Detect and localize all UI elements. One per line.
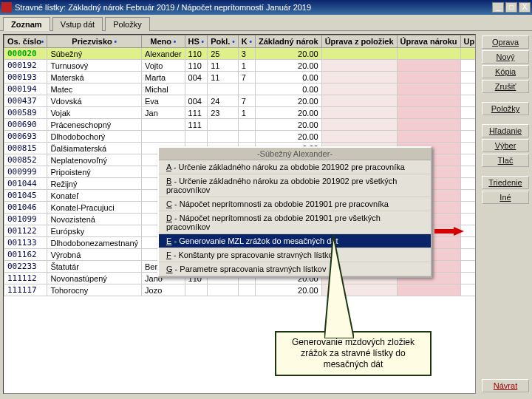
window-title: Stravné lístky: Základný nárok Február 2… <box>15 3 311 12</box>
window-titlebar: Stravné lístky: Základný nárok Február 2… <box>0 0 532 15</box>
btn-tlac[interactable]: Tlač <box>482 154 529 167</box>
table-row[interactable]: 000192TurnusovýVojto11011120.0020.00 <box>4 60 477 72</box>
table-header-row: Os. číslo• Priezvisko • Meno • HS • Pokl… <box>4 35 477 48</box>
btn-hladanie[interactable]: Hľadanie <box>482 124 529 137</box>
col-pokl[interactable]: Pokl. • <box>208 35 239 48</box>
col-k[interactable]: K • <box>238 35 255 48</box>
tab-zoznam[interactable]: Zoznam <box>3 17 50 31</box>
context-menu: -Súbežný Alexander- A - Určenie základné… <box>157 146 432 278</box>
btn-triedenie[interactable]: Triedenie <box>482 176 529 189</box>
maximize-button[interactable]: □ <box>505 2 517 13</box>
tab-vstup-dat[interactable]: Vstup dát <box>52 17 103 31</box>
app-icon <box>1 2 12 13</box>
col-hs[interactable]: HS • <box>185 35 208 48</box>
callout-text: Generovanie mzdových zložiek zrážok za s… <box>292 337 415 369</box>
table-row[interactable]: 000437VdovskáEva00424720.0020.00 <box>4 95 477 107</box>
close-button[interactable]: X <box>519 2 531 13</box>
menu-item-b[interactable]: B - Určenie základného nároku za obdobie… <box>159 174 431 197</box>
btn-ine[interactable]: Iné <box>482 191 529 204</box>
minimize-button[interactable]: _ <box>492 2 504 13</box>
col-upraveny-narok[interactable]: Upravený nárok <box>460 35 476 48</box>
btn-oprava[interactable]: Oprava <box>482 35 529 49</box>
table-row[interactable]: 000693Dlhodobochorý20.0020.00 <box>4 131 477 143</box>
menu-item-e[interactable]: E - Generovanie MZL zrážok do mesačných … <box>159 234 431 248</box>
menu-item-c[interactable]: C - Nápočet neprítomnosti za obdobie 201… <box>159 197 431 211</box>
col-meno[interactable]: Meno • <box>142 35 185 48</box>
menu-item-d[interactable]: D - Nápočet neprítomnosti za obdobie 201… <box>159 211 431 234</box>
col-os-cislo[interactable]: Os. číslo• <box>4 35 47 48</box>
right-sidebar: Oprava Nový Kópia Zrušiť Položky Hľadani… <box>479 31 532 397</box>
col-uprava-naroku[interactable]: Úprava nároku <box>397 35 460 48</box>
table-row[interactable]: 111117TohorocnyJozo20.0020.00 <box>4 284 477 296</box>
context-menu-title: -Súbežný Alexander- <box>159 148 431 160</box>
btn-zrusit[interactable]: Zrušiť <box>482 80 529 93</box>
btn-navrat[interactable]: Návrat <box>482 379 529 392</box>
col-uprava-z-poloziek[interactable]: Úprava z položiek <box>321 35 397 48</box>
col-priezvisko[interactable]: Priezvisko • <box>47 35 142 48</box>
table-row[interactable]: 000194MatecMichal0.000.00 <box>4 83 477 95</box>
menu-item-f[interactable]: F - Konštanty pre spracovanie stravných … <box>159 248 431 262</box>
menu-item-a[interactable]: A - Určenie základného nároku za obdobie… <box>159 160 431 174</box>
table-row[interactable]: 000589VojakJan11123120.0020.00 <box>4 107 477 119</box>
tab-polozky[interactable]: Položky <box>105 17 150 31</box>
btn-vyber[interactable]: Výber <box>482 139 529 152</box>
btn-polozky[interactable]: Položky <box>482 102 529 115</box>
btn-novy[interactable]: Nový <box>482 50 529 64</box>
table-row[interactable]: 000193MaterskáMarta0041170.000.00 <box>4 72 477 83</box>
btn-kopia[interactable]: Kópia <box>482 65 529 78</box>
col-zakladny-narok[interactable]: Základný nárok <box>255 35 321 48</box>
tab-bar: Zoznam Vstup dát Položky <box>0 16 532 30</box>
table-row[interactable]: 000690Práceneschopný11120.0020.00 <box>4 119 477 131</box>
callout-box: Generovanie mzdových zložiek zrážok za s… <box>275 331 432 376</box>
menu-item-g[interactable]: G - Parametre spracovania stravných líst… <box>159 262 431 276</box>
table-row[interactable]: 000020SúbežnýAlexander11025320.0020.00 <box>4 48 477 60</box>
